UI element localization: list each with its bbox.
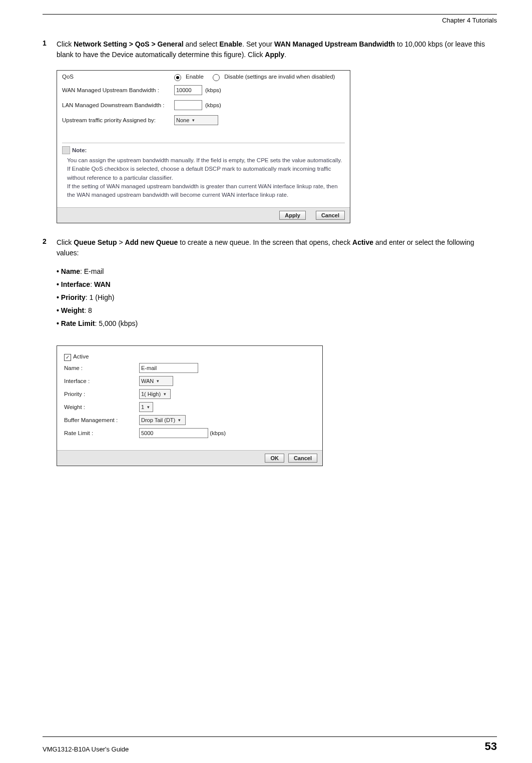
- val-bold: WAN: [94, 280, 111, 288]
- note-box: Note: You can assign the upstream bandwi…: [62, 143, 345, 203]
- key: Rate Limit: [61, 319, 95, 327]
- val: : 5,000 (kbps): [95, 319, 138, 327]
- bold: Network Setting > QoS > General: [74, 40, 183, 48]
- key: Weight: [61, 306, 84, 314]
- step-1-body: Click Network Setting > QoS > General an…: [57, 39, 497, 60]
- footer-page: 53: [485, 740, 497, 753]
- val: : 8: [84, 306, 92, 314]
- priority-label: Priority :: [64, 391, 139, 397]
- button-row: OK Cancel: [57, 450, 322, 466]
- upstream-priority-select[interactable]: None: [174, 115, 218, 125]
- priority-select[interactable]: 1( High): [139, 389, 171, 399]
- lan-bw-label: LAN Managed Downstream Bandwidth :: [62, 102, 171, 108]
- kbps-unit: (kbps): [210, 430, 226, 436]
- text: . Set your: [242, 40, 274, 48]
- bold: WAN Managed Upstream Bandwidth: [274, 40, 395, 48]
- text: and select: [184, 40, 220, 48]
- note-title-text: Note:: [72, 147, 87, 153]
- wan-bw-label: WAN Managed Upstream Bandwidth :: [62, 87, 171, 93]
- sep: :: [90, 280, 94, 288]
- list-item: Rate Limit: 5,000 (kbps): [57, 319, 497, 327]
- ok-button[interactable]: OK: [265, 454, 284, 463]
- note-icon: [62, 146, 70, 154]
- step-1: 1 Click Network Setting > QoS > General …: [43, 39, 497, 60]
- header-rule: [43, 14, 497, 15]
- weight-label: Weight :: [64, 404, 139, 410]
- lan-bw-input[interactable]: [174, 100, 202, 110]
- qos-enable-radio[interactable]: [174, 74, 181, 81]
- name-label: Name :: [64, 365, 139, 371]
- cancel-button[interactable]: Cancel: [288, 454, 317, 463]
- text: .: [284, 51, 286, 59]
- header-chapter: Chapter 4 Tutorials: [43, 17, 497, 24]
- qos-enable-label: Enable: [186, 74, 204, 80]
- button-row: Apply Cancel: [57, 207, 350, 223]
- step-2-number: 2: [43, 237, 57, 258]
- list-item: Weight: 8: [57, 306, 497, 314]
- text: to create a new queue. In the screen tha…: [178, 238, 352, 246]
- text: Click: [57, 238, 74, 246]
- note-body: You can assign the upstream bandwidth ma…: [62, 156, 345, 203]
- value-list: Name: E-mail Interface: WAN Priority: 1 …: [43, 267, 497, 332]
- footer: VMG1312-B10A User's Guide 53: [43, 736, 497, 753]
- qos-label: QoS: [62, 74, 171, 80]
- step-1-number: 1: [43, 39, 57, 60]
- key: Name: [61, 267, 80, 275]
- queue-form: Active Name : E-mail Interface : WAN Pri…: [57, 346, 322, 450]
- bold: Active: [352, 238, 373, 246]
- bold: Apply: [265, 51, 284, 59]
- active-checkbox[interactable]: [64, 354, 71, 361]
- cancel-button[interactable]: Cancel: [316, 211, 345, 220]
- list-item: Name: E-mail: [57, 267, 497, 275]
- buffer-label: Buffer Management :: [64, 417, 139, 423]
- list-item: Interface: WAN: [57, 280, 497, 288]
- qos-disable-radio[interactable]: [213, 74, 220, 81]
- qos-disable-label: Disable (settings are invalid when disab…: [224, 74, 335, 80]
- val: : E-mail: [80, 267, 104, 275]
- interface-select[interactable]: WAN: [139, 376, 173, 386]
- wan-bw-input[interactable]: 10000: [174, 85, 202, 95]
- ratelimit-label: Rate Limit :: [64, 430, 139, 436]
- val: : 1 (High): [86, 293, 115, 301]
- note-title: Note:: [62, 146, 345, 154]
- queue-setup-screenshot: Active Name : E-mail Interface : WAN Pri…: [57, 345, 323, 466]
- ratelimit-input[interactable]: 5000: [139, 428, 208, 438]
- upstream-priority-label: Upstream traffic priority Assigned by:: [62, 117, 171, 123]
- text: Click: [57, 40, 74, 48]
- kbps-unit: (kbps): [205, 102, 221, 108]
- footer-guide: VMG1312-B10A User's Guide: [43, 745, 129, 753]
- text: >: [117, 238, 125, 246]
- weight-select[interactable]: 1: [139, 402, 153, 412]
- key: Priority: [61, 293, 86, 301]
- bold: Enable: [219, 40, 242, 48]
- step-2: 2 Click Queue Setup > Add new Queue to c…: [43, 237, 497, 258]
- qos-general-screenshot: QoS Enable Disable (settings are invalid…: [57, 70, 350, 223]
- step-2-body: Click Queue Setup > Add new Queue to cre…: [57, 237, 497, 258]
- bold: Queue Setup: [74, 238, 117, 246]
- apply-button[interactable]: Apply: [279, 211, 306, 220]
- name-input[interactable]: E-mail: [139, 363, 198, 373]
- key: Interface: [61, 280, 90, 288]
- active-label: Active: [73, 353, 89, 359]
- bold: Add new Queue: [125, 238, 178, 246]
- interface-label: Interface :: [64, 378, 139, 384]
- buffer-select[interactable]: Drop Tail (DT): [139, 415, 186, 425]
- kbps-unit: (kbps): [205, 87, 221, 93]
- list-item: Priority: 1 (High): [57, 293, 497, 301]
